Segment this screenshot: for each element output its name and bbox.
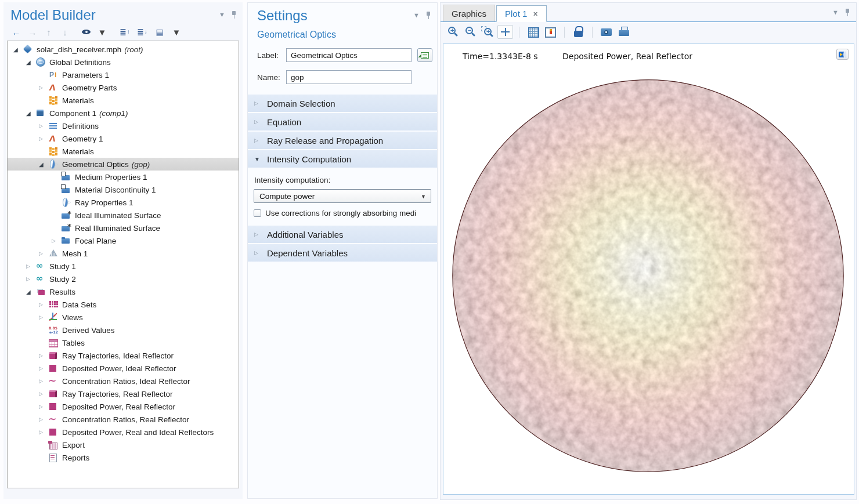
back-icon[interactable]: ← xyxy=(9,26,23,38)
tree-item-deposited-power-real-and-ideal-reflectors[interactable]: ▷Deposited Power, Real and Ideal Reflect… xyxy=(8,426,239,438)
print-icon[interactable] xyxy=(616,25,631,39)
zoom-extents-icon[interactable] xyxy=(497,25,513,39)
grid-icon[interactable] xyxy=(525,25,541,39)
twistie-collapsed-icon[interactable]: ▷ xyxy=(39,353,48,358)
expand-all-icon[interactable]: ≣↑ xyxy=(117,26,132,38)
intensity-computation-content: Intensity computation: Compute power ▼ U… xyxy=(248,169,437,226)
name-input[interactable] xyxy=(286,70,412,84)
twistie-collapsed-icon[interactable]: ▷ xyxy=(52,238,61,244)
plot-area[interactable]: Time=1.3343E-8 s Deposited Power, Real R… xyxy=(443,43,854,495)
tree-item-global-definitions[interactable]: ◢Global Definitions xyxy=(8,56,239,68)
globe-icon xyxy=(35,57,46,67)
twistie-collapsed-icon[interactable]: ▷ xyxy=(39,85,48,90)
pin-icon[interactable] xyxy=(425,11,431,20)
tree-item-study-1[interactable]: ▷Study 1 xyxy=(8,260,239,273)
tree-item-results[interactable]: ◢Results xyxy=(8,285,239,298)
twistie-expanded-icon[interactable]: ◢ xyxy=(39,161,48,168)
twistie-collapsed-icon[interactable]: ▷ xyxy=(39,391,48,397)
tree-item-derived-values[interactable]: Derived Values xyxy=(8,324,239,336)
node-text-caret-icon[interactable]: ▼ xyxy=(169,26,183,38)
section-domain-selection[interactable]: ▷ Domain Selection xyxy=(248,95,437,112)
tree-item-data-sets[interactable]: ▷Data Sets xyxy=(8,298,239,311)
tree-item-geometrical-optics[interactable]: ◢Geometrical Optics(gop) xyxy=(8,158,239,171)
twistie-expanded-icon[interactable]: ◢ xyxy=(26,59,35,66)
pin-icon[interactable] xyxy=(844,8,850,17)
tree-item-ideal-illuminated-surface[interactable]: Ideal Illuminated Surface xyxy=(8,209,239,222)
tree-item-materials[interactable]: Materials xyxy=(8,145,239,158)
show-icon[interactable] xyxy=(80,26,93,38)
tree-item-real-illuminated-surface[interactable]: Real Illuminated Surface xyxy=(8,222,239,234)
tree-item-tables[interactable]: Tables xyxy=(8,336,239,349)
label-input[interactable] xyxy=(286,48,412,62)
derived-icon xyxy=(48,325,59,335)
section-ray-release-and-propagation[interactable]: ▷ Ray Release and Propagation xyxy=(248,132,437,149)
toolbar-separator xyxy=(564,27,565,38)
section-dependent-variables[interactable]: ▷ Dependent Variables xyxy=(248,244,437,262)
twistie-collapsed-icon[interactable]: ▷ xyxy=(39,314,48,320)
panel-menu-caret-icon[interactable]: ▼ xyxy=(413,12,420,19)
lock-axes-icon[interactable] xyxy=(571,25,586,39)
zoom-out-icon[interactable]: − xyxy=(463,25,478,39)
tree-item-parameters-1[interactable]: Parameters 1 xyxy=(8,68,239,81)
tree-item-materials[interactable]: Materials xyxy=(8,94,239,107)
forward-icon[interactable]: → xyxy=(26,26,39,38)
tree-item-concentration-ratios-ideal-reflector[interactable]: ▷Concentration Ratios, Ideal Reflector xyxy=(8,375,239,387)
tab-plot-1[interactable]: Plot 1 × xyxy=(496,5,547,22)
move-down-icon[interactable]: ↓ xyxy=(58,26,72,38)
tree-item-views[interactable]: ▷Views xyxy=(8,311,239,324)
section-label: Dependent Variables xyxy=(267,248,348,258)
twistie-collapsed-icon[interactable]: ▷ xyxy=(39,302,48,307)
tree-item-deposited-power-real-reflector[interactable]: ▷Deposited Power, Real Reflector xyxy=(8,400,239,413)
tree-item-focal-plane[interactable]: ▷Focal Plane xyxy=(8,234,239,247)
tree-item-reports[interactable]: Reports xyxy=(8,451,239,464)
twistie-collapsed-icon[interactable]: ▷ xyxy=(39,123,48,129)
collapsed-arrow-icon: ▷ xyxy=(254,250,267,256)
intensity-computation-dropdown[interactable]: Compute power ▼ xyxy=(254,189,431,203)
twistie-collapsed-icon[interactable]: ▷ xyxy=(39,378,48,384)
tree-item-study-2[interactable]: ▷Study 2 xyxy=(8,273,239,285)
move-up-icon[interactable]: ↑ xyxy=(42,26,56,38)
tree-item-ray-trajectories-ideal-reflector[interactable]: ▷Ray Trajectories, Ideal Reflector xyxy=(8,349,239,362)
twistie-collapsed-icon[interactable]: ▷ xyxy=(39,429,48,435)
section-additional-variables[interactable]: ▷ Additional Variables xyxy=(248,226,437,243)
twistie-expanded-icon[interactable]: ◢ xyxy=(26,110,35,117)
tree-item-concentration-ratios-real-reflector[interactable]: ▷Concentration Ratios, Real Reflector xyxy=(8,413,239,426)
twistie-collapsed-icon[interactable]: ▷ xyxy=(39,251,48,256)
twistie-expanded-icon[interactable]: ◢ xyxy=(13,46,23,53)
close-tab-icon[interactable]: × xyxy=(533,9,537,19)
twistie-collapsed-icon[interactable]: ▷ xyxy=(39,416,48,422)
color-legend-icon[interactable] xyxy=(543,25,558,39)
zoom-in-icon[interactable]: + xyxy=(445,25,461,39)
tree-item-component-1[interactable]: ◢Component 1(comp1) xyxy=(8,107,239,119)
section-intensity-computation[interactable]: ▼ Intensity Computation xyxy=(248,150,437,168)
twistie-collapsed-icon[interactable]: ▷ xyxy=(39,404,48,409)
tree-item-export[interactable]: Export xyxy=(8,438,239,451)
twistie-collapsed-icon[interactable]: ▷ xyxy=(26,276,35,282)
twistie-expanded-icon[interactable]: ◢ xyxy=(26,289,35,295)
tree-item-definitions[interactable]: ▷Definitions xyxy=(8,119,239,132)
tree-item-solar-dish-receiver-mph[interactable]: ◢solar_dish_receiver.mph(root) xyxy=(8,43,239,56)
tree-item-material-discontinuity-1[interactable]: Material Discontinuity 1 xyxy=(8,183,239,196)
tree-item-deposited-power-ideal-reflector[interactable]: ▷Deposited Power, Ideal Reflector xyxy=(8,362,239,375)
tree-item-geometry-parts[interactable]: ▷Geometry Parts xyxy=(8,81,239,94)
collapse-all-icon[interactable]: ≣↓ xyxy=(135,26,150,38)
panel-menu-caret-icon[interactable]: ▼ xyxy=(832,9,839,16)
tree-item-geometry-1[interactable]: ▷Geometry 1 xyxy=(8,132,239,145)
show-menu-caret-icon[interactable]: ▼ xyxy=(95,26,109,38)
twistie-collapsed-icon[interactable]: ▷ xyxy=(26,263,35,269)
absorbing-media-checkbox[interactable] xyxy=(254,209,261,217)
rename-note-button[interactable] xyxy=(417,48,432,62)
panel-menu-caret-icon[interactable]: ▼ xyxy=(219,12,225,18)
pin-icon[interactable] xyxy=(231,10,237,19)
tree-item-medium-properties-1[interactable]: Medium Properties 1 xyxy=(8,171,239,183)
tree-item-ray-trajectories-real-reflector[interactable]: ▷Ray Trajectories, Real Reflector xyxy=(8,387,239,400)
twistie-collapsed-icon[interactable]: ▷ xyxy=(39,136,48,142)
twistie-collapsed-icon[interactable]: ▷ xyxy=(39,365,48,371)
section-equation[interactable]: ▷ Equation xyxy=(248,113,437,130)
zoom-box-icon[interactable]: + xyxy=(480,25,496,39)
snapshot-icon[interactable] xyxy=(598,25,614,39)
tree-item-mesh-1[interactable]: ▷Mesh 1 xyxy=(8,247,239,260)
tree-item-ray-properties-1[interactable]: Ray Properties 1 xyxy=(8,196,239,209)
tab-graphics[interactable]: Graphics xyxy=(443,5,495,21)
node-text-icon[interactable]: ▤ xyxy=(152,26,167,38)
